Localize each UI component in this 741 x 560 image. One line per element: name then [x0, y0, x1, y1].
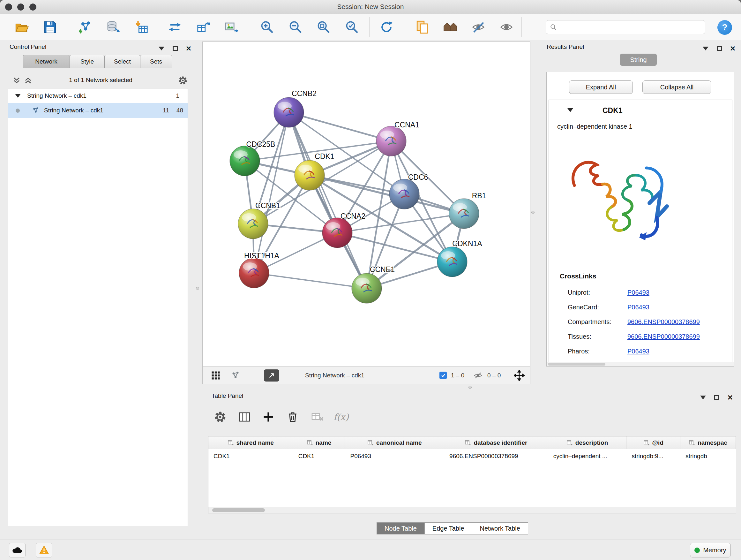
panel-close-icon[interactable]: × — [728, 393, 733, 402]
column-header-label: canonical name — [376, 439, 422, 446]
panel-close-icon[interactable]: × — [186, 44, 191, 53]
panel-close-icon[interactable]: × — [730, 44, 735, 53]
tab-style[interactable]: Style — [70, 55, 105, 68]
network-node[interactable] — [352, 273, 382, 303]
panel-menu-icon[interactable] — [703, 47, 709, 51]
panel-menu-icon[interactable] — [700, 395, 706, 399]
create-column-button[interactable] — [260, 409, 276, 425]
memory-button[interactable]: Memory — [690, 543, 731, 557]
column-header[interactable]: @id — [626, 436, 680, 449]
network-node[interactable] — [322, 218, 352, 248]
clone-network-button[interactable] — [194, 18, 212, 36]
network-node[interactable] — [449, 199, 479, 229]
crosslink-link[interactable]: P06493 — [627, 289, 650, 296]
search-field[interactable] — [546, 20, 705, 34]
show-columns-button[interactable] — [237, 409, 253, 425]
results-horizontal-scrollbar[interactable] — [547, 362, 734, 366]
tab-node-table[interactable]: Node Table — [377, 522, 425, 535]
network-edge[interactable] — [289, 112, 391, 141]
table-settings-button[interactable] — [212, 409, 228, 425]
network-node[interactable] — [274, 98, 304, 127]
crosslink-link[interactable]: 9606.ENSP00000378699 — [627, 318, 700, 326]
import-network-database-button[interactable] — [105, 18, 122, 36]
column-header[interactable]: namespac — [680, 436, 736, 449]
new-network-button[interactable] — [166, 18, 184, 36]
apply-layout-button[interactable] — [378, 18, 395, 36]
panel-float-icon[interactable] — [173, 46, 178, 51]
search-input[interactable] — [560, 23, 701, 30]
hidden-edges-indicator[interactable] — [473, 367, 483, 384]
import-table-button[interactable] — [133, 18, 151, 36]
zoom-in-button[interactable] — [258, 18, 276, 36]
scrollbar-thumb[interactable] — [212, 508, 265, 512]
scrollbar-thumb[interactable] — [548, 363, 605, 366]
function-builder-button[interactable]: f(x) — [333, 409, 349, 425]
panel-float-icon[interactable] — [717, 46, 722, 51]
pan-tool-button[interactable] — [514, 367, 525, 384]
column-header[interactable]: name — [293, 436, 345, 449]
network-node[interactable] — [230, 146, 260, 176]
panel-menu-icon[interactable] — [158, 47, 164, 51]
results-tab-string[interactable]: String — [620, 54, 657, 66]
tab-edge-table[interactable]: Edge Table — [424, 522, 472, 535]
warnings-button[interactable] — [36, 543, 52, 557]
show-graphics-button[interactable] — [497, 18, 515, 36]
import-network-file-button[interactable] — [76, 18, 94, 36]
birdseye-toggle-button[interactable] — [264, 367, 279, 384]
section-collapse-icon[interactable] — [567, 108, 573, 112]
delete-column-button[interactable] — [285, 409, 300, 425]
save-session-button[interactable] — [41, 18, 59, 36]
move-crosshair-icon — [514, 370, 525, 381]
gear-icon[interactable] — [178, 75, 188, 85]
table-row[interactable]: CDK1CDK1P064939606.ENSP00000378699cyclin… — [208, 449, 736, 463]
tab-network[interactable]: Network — [23, 55, 70, 68]
network-edge[interactable] — [289, 112, 367, 288]
cloud-status-button[interactable] — [9, 543, 25, 557]
export-image-button[interactable] — [223, 18, 241, 36]
tab-select[interactable]: Select — [105, 55, 140, 68]
network-node[interactable] — [376, 126, 406, 156]
network-view-share-button[interactable] — [231, 367, 240, 384]
network-row[interactable]: String Network – cdk1 11 48 — [8, 103, 188, 118]
crosslink-link[interactable]: P06493 — [627, 304, 650, 311]
network-node[interactable] — [238, 209, 268, 239]
grid-view-button[interactable] — [211, 367, 220, 384]
zoom-out-button[interactable] — [286, 18, 305, 36]
crosslink-link[interactable]: 9606.ENSP00000378699 — [627, 333, 700, 340]
nodes-visible-checkbox[interactable] — [440, 367, 447, 384]
collapse-all-button[interactable]: Collapse All — [643, 80, 711, 94]
network-node[interactable] — [239, 258, 269, 288]
right-splitter-handle[interactable] — [531, 211, 535, 214]
network-node[interactable] — [294, 160, 325, 190]
network-edge[interactable] — [254, 273, 367, 288]
tab-sets[interactable]: Sets — [140, 55, 172, 68]
crosslink-link[interactable]: P06493 — [627, 348, 650, 355]
column-sort-icon — [465, 440, 471, 446]
open-session-button[interactable] — [12, 18, 30, 36]
network-canvas-svg[interactable]: CCNB2CCNA1CDC25BCDK1CDC6RB1CCNB1CCNA2CDK… — [203, 42, 530, 366]
tree-expand-icon[interactable] — [15, 94, 21, 98]
bottom-splitter-handle[interactable] — [468, 386, 472, 389]
column-header[interactable]: database identifier — [444, 436, 548, 449]
network-collection-row[interactable]: String Network – cdk1 1 — [8, 88, 188, 103]
network-edge[interactable] — [254, 112, 289, 273]
table-horizontal-scrollbar[interactable] — [208, 507, 736, 513]
toggle-annotations-button[interactable] — [469, 18, 487, 36]
column-header[interactable]: shared name — [208, 436, 293, 449]
copy-documents-button[interactable] — [413, 18, 431, 36]
table-body: CDK1CDK1P064939606.ENSP00000378699cyclin… — [208, 449, 736, 463]
left-splitter-handle[interactable] — [196, 287, 199, 290]
panel-float-icon[interactable] — [714, 395, 719, 400]
column-header[interactable]: canonical name — [345, 436, 444, 449]
help-button[interactable]: ? — [718, 20, 732, 35]
plus-icon — [262, 410, 275, 424]
tab-network-table[interactable]: Network Table — [472, 522, 528, 535]
delete-table-button[interactable] — [310, 409, 326, 425]
zoom-fit-button[interactable] — [315, 18, 333, 36]
zoom-selected-button[interactable] — [343, 18, 361, 36]
network-node[interactable] — [437, 247, 467, 277]
column-header[interactable]: description — [548, 436, 627, 449]
expand-all-button[interactable]: Expand All — [569, 80, 633, 94]
network-node[interactable] — [389, 179, 419, 209]
string-home-button[interactable] — [441, 18, 459, 36]
